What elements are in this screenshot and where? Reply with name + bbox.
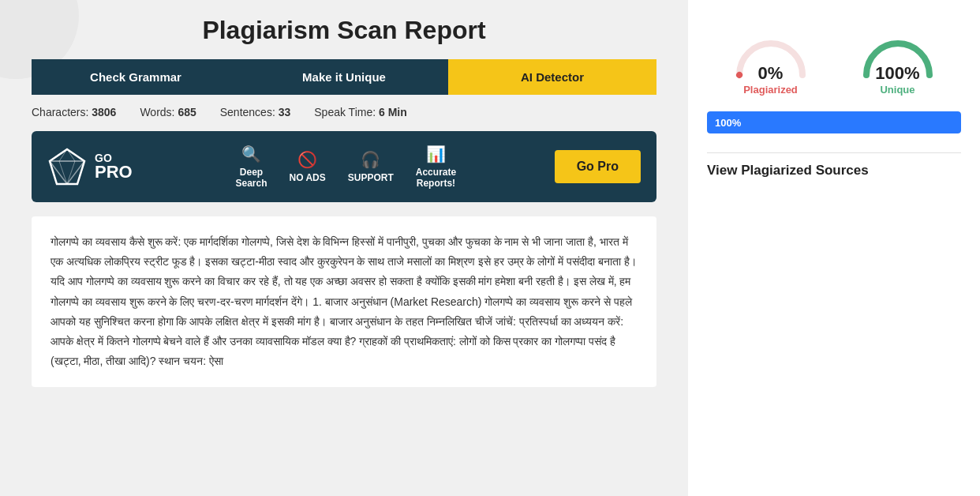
- gopro-feature-reports: 📊 Accurate Reports!: [416, 145, 456, 189]
- unique-gauge: 100% Unique: [855, 24, 941, 96]
- go-pro-button[interactable]: Go Pro: [555, 150, 641, 183]
- sentences-stat: Sentences: 33: [220, 106, 291, 118]
- gauges-row: 0% Plagiarized 100% Unique: [707, 24, 961, 96]
- article-area: गोलगप्पे का व्यवसाय कैसे शुरू करें: एक म…: [32, 216, 656, 387]
- stats-row: Characters: 3806 Words: 685 Sentences: 3…: [32, 106, 656, 118]
- check-grammar-button[interactable]: Check Grammar: [32, 59, 240, 95]
- main-content: Plagiarism Scan Report Check Grammar Mak…: [0, 0, 688, 496]
- gopro-feature-support: 🎧 SUPPORT: [348, 150, 394, 183]
- gopro-feature-no-ads: 🚫 NO ADS: [290, 150, 326, 183]
- gopro-feature-deep-search: 🔍 Deep Search: [236, 145, 267, 189]
- unique-label: Unique: [875, 84, 919, 96]
- gopro-text: GO PRO: [95, 152, 133, 181]
- characters-stat: Characters: 3806: [32, 106, 116, 118]
- reports-icon: 📊: [426, 145, 446, 163]
- support-icon: 🎧: [361, 150, 380, 169]
- plagiarized-pct: 0%: [743, 63, 798, 84]
- gopro-features: 🔍 Deep Search 🚫 NO ADS 🎧 SUPPORT 📊 Accur…: [150, 145, 542, 189]
- action-buttons: Check Grammar Make it Unique AI Detector: [32, 59, 656, 95]
- gopro-logo: GO PRO: [47, 147, 150, 186]
- divider: [707, 152, 961, 153]
- page-wrapper: Plagiarism Scan Report Check Grammar Mak…: [0, 0, 980, 496]
- view-sources-title[interactable]: View Plagiarized Sources: [707, 163, 961, 178]
- svg-marker-0: [50, 149, 84, 184]
- right-sidebar: 0% Plagiarized 100% Unique: [688, 0, 980, 496]
- article-wrapper: गोलगप्पे का व्यवसाय कैसे शुरू करें: एक म…: [32, 216, 656, 387]
- make-unique-button[interactable]: Make it Unique: [240, 59, 448, 95]
- gopro-banner: GO PRO 🔍 Deep Search 🚫 NO ADS 🎧 SUPPORT: [32, 131, 656, 202]
- words-stat: Words: 685: [140, 106, 196, 118]
- speak-time-stat: Speak Time: 6 Min: [314, 106, 407, 118]
- unique-pct: 100%: [875, 63, 919, 84]
- plagiarized-label: Plagiarized: [743, 84, 798, 96]
- progress-bar-fill: 100%: [707, 111, 961, 133]
- progress-bar-wrapper: 100%: [707, 111, 961, 133]
- no-ads-icon: 🚫: [297, 150, 317, 169]
- deep-search-icon: 🔍: [241, 145, 261, 163]
- page-title: Plagiarism Scan Report: [32, 16, 656, 45]
- diamond-icon: [47, 147, 87, 186]
- svg-marker-2: [59, 149, 75, 184]
- ai-detector-button[interactable]: AI Detector: [448, 59, 656, 95]
- plagiarized-gauge: 0% Plagiarized: [728, 24, 814, 96]
